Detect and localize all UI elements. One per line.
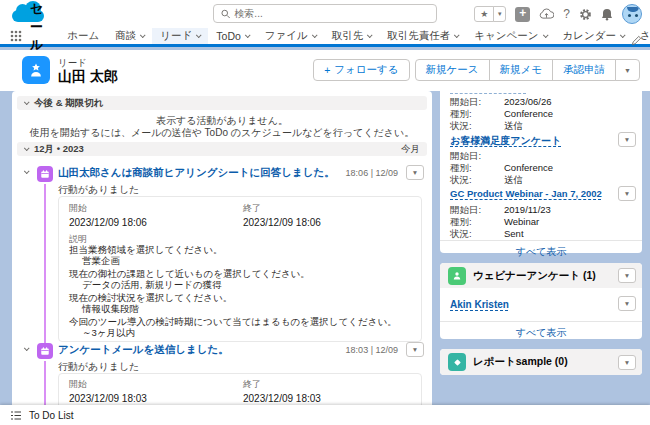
chevron-down-icon: [367, 32, 373, 38]
app-name: セールス: [30, 28, 43, 44]
edit-nav-pencil-icon[interactable]: [631, 32, 642, 50]
campaign-link[interactable]: GC Product Webinar - Jan 7, 2002: [450, 188, 602, 199]
chevron-down-icon: [196, 32, 202, 38]
header-actions: ★ ▾ + ?: [474, 0, 642, 28]
user-avatar[interactable]: [622, 4, 642, 24]
campaign-history-card: 開始日:2023/06/26 種別:Conference 状況:送信 お客様満足…: [440, 91, 642, 253]
follow-button[interactable]: +フォローする: [313, 59, 409, 81]
activity-subtitle: 行動がありました: [58, 360, 139, 374]
action-button-group: 新規ケース 新規メモ 承認申請 ▼: [416, 59, 640, 81]
notifications-bell-icon[interactable]: [601, 8, 613, 21]
chevron-down-icon[interactable]: [24, 145, 30, 151]
field-label: 状況:: [450, 120, 504, 133]
activity-detail-box: 開始 2023/12/09 18:03 終了 2023/12/09 18:03 …: [58, 373, 422, 405]
global-actions-button[interactable]: +: [515, 7, 530, 22]
new-case-button[interactable]: 新規ケース: [415, 59, 490, 81]
todo-list-icon: [10, 410, 22, 421]
end-value: 2023/12/09 18:03: [243, 393, 321, 404]
end-label: 終了: [243, 202, 321, 215]
start-value: 2023/12/09 18:06: [69, 217, 147, 228]
favorites-button[interactable]: ★ ▾: [474, 6, 506, 22]
activity-dropdown-button[interactable]: ▼: [406, 165, 424, 180]
lead-object-icon: [22, 56, 50, 84]
tab-accounts[interactable]: 取引先: [324, 28, 380, 44]
search-icon: [221, 9, 230, 19]
search-input[interactable]: [234, 8, 429, 19]
view-all-link[interactable]: すべて表示: [440, 240, 642, 259]
month-section-header[interactable]: 12月 • 2023 今月: [17, 142, 427, 156]
tab-calendar[interactable]: カレンダー: [555, 28, 632, 44]
setup-gear-icon[interactable]: [579, 8, 592, 21]
activity-timestamp: 18:06 | 12/09: [346, 168, 398, 178]
section-title: 今後 & 期限切れ: [34, 97, 103, 110]
more-actions-button[interactable]: ▼: [615, 59, 640, 81]
field-value: 送信: [504, 174, 523, 187]
timeline-connector: [44, 184, 46, 343]
global-header: ★ ▾ + ?: [0, 0, 650, 28]
row-dropdown-button[interactable]: ▼: [618, 186, 636, 201]
chevron-down-icon[interactable]: [24, 345, 30, 351]
activity-subtitle: 行動がありました: [58, 183, 139, 197]
tab-contacts[interactable]: 取引先責任者: [379, 28, 466, 44]
card-title: レポートsample (0): [473, 355, 568, 369]
submit-approval-button[interactable]: 承認申請: [552, 59, 616, 81]
guidance-center-icon[interactable]: [539, 8, 554, 20]
activity-detail-box: 開始 2023/12/09 18:06 終了 2023/12/09 18:06 …: [58, 196, 422, 342]
record-header: リード 山田 太郎 +フォローする 新規ケース 新規メモ 承認申請 ▼: [0, 50, 650, 91]
row-dropdown-button[interactable]: ▼: [618, 132, 636, 147]
app-launcher-icon[interactable]: [10, 28, 22, 44]
upcoming-overdue-section-header[interactable]: 今後 & 期限切れ: [17, 96, 427, 110]
description-text: 担当業務領域を選択してください。営業企画 現在の御社の課題として近いものを選択し…: [69, 245, 411, 341]
utility-bar: To Do List: [0, 405, 650, 425]
salesforce-app: ★ ▾ + ? セールス ホーム 商談 リード ToDo ファイル 取引先: [0, 0, 650, 425]
star-icon[interactable]: ★: [474, 6, 494, 22]
help-icon[interactable]: ?: [563, 8, 570, 20]
global-search[interactable]: [213, 4, 437, 23]
row-dropdown-button[interactable]: ▼: [618, 296, 636, 311]
tab-campaigns[interactable]: キャンペーン: [466, 28, 554, 44]
field-label: 状況:: [450, 174, 504, 187]
chevron-down-icon: [454, 32, 460, 38]
card-dropdown-button[interactable]: ▼: [618, 355, 636, 370]
chevron-down-icon[interactable]: [24, 168, 30, 174]
card-dropdown-button[interactable]: ▼: [618, 268, 636, 283]
tab-home[interactable]: ホーム: [59, 28, 107, 44]
campaign-link[interactable]: お客様満足度アンケート: [450, 134, 561, 148]
view-all-link[interactable]: すべて表示: [440, 321, 642, 340]
todo-list-item[interactable]: To Do List: [29, 410, 73, 421]
related-lists-sidebar: 開始日:2023/06/26 種別:Conference 状況:送信 お客様満足…: [440, 91, 642, 405]
survey-member-link[interactable]: Akin Kristen: [450, 299, 509, 310]
webinar-survey-card: ウェビナーアンケート (1) ▼ Akin Kristen ▼ すべて表示: [440, 263, 642, 339]
record-actions: +フォローする 新規ケース 新規メモ 承認申請 ▼: [313, 59, 640, 81]
activity-dropdown-button[interactable]: ▼: [406, 342, 424, 357]
field-value: 送信: [504, 120, 523, 133]
card-title: ウェビナーアンケート (1): [473, 269, 596, 283]
activity-timeline-panel: 今後 & 期限切れ 表示する活動がありません。 使用を開始するには、メールの送信…: [12, 91, 432, 405]
chevron-down-icon: [542, 32, 548, 38]
chevron-down-icon: [245, 32, 251, 38]
card-header: ウェビナーアンケート (1) ▼: [440, 263, 642, 288]
caret-down-icon: ▼: [624, 67, 631, 74]
report-sample-icon: [448, 353, 466, 371]
start-label: 開始: [69, 378, 147, 391]
activity-link[interactable]: 山田太郎さんは商談前ヒアリングシートに回答しました。: [58, 166, 335, 180]
chevron-down-icon[interactable]: [24, 99, 30, 105]
event-calendar-icon: [37, 166, 53, 182]
event-calendar-icon: [37, 343, 53, 359]
section-title: 12月 • 2023: [34, 143, 84, 156]
clipped-link-underline: [450, 93, 526, 94]
report-sample-card: レポートsample (0) ▼: [440, 349, 642, 375]
webinar-survey-icon: [448, 267, 466, 285]
tab-files[interactable]: ファイル: [257, 28, 324, 44]
tab-opportunities[interactable]: 商談: [107, 28, 152, 44]
activity-timestamp: 18:03 | 12/09: [346, 345, 398, 355]
favorites-caret-icon[interactable]: ▾: [493, 6, 506, 22]
chevron-down-icon: [312, 32, 318, 38]
tab-todo[interactable]: ToDo: [208, 28, 257, 44]
end-label: 終了: [243, 378, 321, 391]
chevron-down-icon: [620, 32, 626, 38]
new-note-button[interactable]: 新規メモ: [489, 59, 554, 81]
tab-leads[interactable]: リード: [152, 28, 208, 44]
activity-link[interactable]: アンケートメールを送信しました。: [58, 343, 229, 357]
start-label: 開始: [69, 202, 147, 215]
